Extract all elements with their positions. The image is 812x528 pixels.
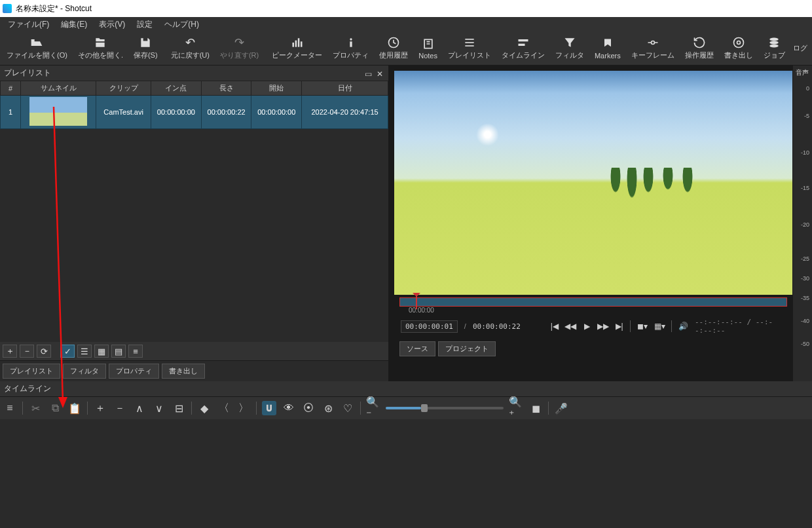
current-time[interactable]: 00:00:00:01 xyxy=(401,320,458,333)
scrubber[interactable] xyxy=(399,297,787,307)
menu-edit[interactable]: 編集(E) xyxy=(56,18,92,31)
svg-rect-10 xyxy=(465,45,473,47)
list-icon xyxy=(463,36,476,49)
svg-rect-1 xyxy=(295,41,297,47)
jobs-button[interactable]: ジョブ xyxy=(758,33,790,64)
notes-button[interactable]: Notes xyxy=(413,33,443,64)
save-icon xyxy=(139,36,152,49)
menu-file[interactable]: ファイル(F) xyxy=(3,18,54,31)
note-icon xyxy=(422,37,435,50)
redo-button[interactable]: ↷やり直す(R) xyxy=(215,33,264,64)
open-other-button[interactable]: その他を開く. xyxy=(73,33,128,64)
ripple-markers-icon[interactable]: ♡ xyxy=(341,401,355,415)
ripple-icon[interactable]: ⦿ xyxy=(301,401,316,415)
timeline-tracks[interactable] xyxy=(0,419,812,528)
scrub-audio-icon[interactable]: 👁 xyxy=(282,401,296,415)
tab-project[interactable]: プロジェクト xyxy=(438,341,496,356)
col-date[interactable]: 日付 xyxy=(302,81,388,96)
tab-source[interactable]: ソース xyxy=(399,341,435,356)
svg-point-15 xyxy=(737,41,740,45)
in-out-times: --:--:--:-- / --:--:--:-- xyxy=(695,318,786,335)
fastfwd-icon[interactable]: ▶▶ xyxy=(598,321,608,331)
skip-end-icon[interactable]: ▶| xyxy=(615,321,623,331)
timeline-button[interactable]: タイムライン xyxy=(496,33,550,64)
next-marker-icon[interactable]: 〉 xyxy=(236,401,251,415)
svg-rect-3 xyxy=(301,41,303,47)
zoom-fit-timeline-icon[interactable]: ◼ xyxy=(528,401,543,415)
cut-icon[interactable]: ✂ xyxy=(28,401,43,415)
overwrite-icon[interactable]: ∨ xyxy=(152,401,166,415)
tab-props[interactable]: プロパティ xyxy=(109,364,159,379)
zoom-in-icon[interactable]: 🔍⁺ xyxy=(509,401,523,415)
peakmeter-button[interactable]: ピークメーター xyxy=(267,33,327,64)
col-length[interactable]: 長さ xyxy=(201,81,251,96)
view-tiles-button[interactable]: ▦ xyxy=(94,345,109,358)
snap-icon[interactable] xyxy=(262,401,276,415)
col-start[interactable]: 開始 xyxy=(251,81,302,96)
split-icon[interactable]: ⊟ xyxy=(172,401,186,415)
prev-marker-icon[interactable]: 〈 xyxy=(217,401,231,415)
playlist-body[interactable]: # サムネイル クリップ イン点 長さ 開始 日付 1 CamTest.avi … xyxy=(0,81,388,342)
zoom-thumb[interactable] xyxy=(421,404,428,412)
playhead[interactable] xyxy=(416,296,417,309)
playlist-row[interactable]: 1 CamTest.avi 00:00:00:00 00:00:00:22 00… xyxy=(1,96,388,129)
history-button[interactable]: 使用履歴 xyxy=(374,33,413,64)
menu-settings[interactable]: 設定 xyxy=(132,18,158,31)
play-icon[interactable]: ▶ xyxy=(582,321,591,331)
col-num[interactable]: # xyxy=(1,81,21,96)
keyframes-button[interactable]: キーフレーム xyxy=(626,33,680,64)
record-audio-icon[interactable]: 🎤 xyxy=(554,401,568,415)
undock-icon[interactable]: ▭ xyxy=(365,69,373,77)
ripple-all-icon[interactable]: ⊛ xyxy=(321,401,335,415)
save-button[interactable]: 保存(S) xyxy=(128,33,163,64)
filters-button[interactable]: フィルタ xyxy=(550,33,589,64)
time-ruler: 00:00:00 xyxy=(399,307,787,314)
open-button[interactable]: ファイルを開く(O) xyxy=(1,33,73,64)
zoom-out-icon[interactable]: 🔍⁻ xyxy=(366,401,380,415)
tab-export[interactable]: 書き出し xyxy=(162,364,205,379)
skip-start-icon[interactable]: |◀ xyxy=(550,321,559,331)
zoom-slider[interactable] xyxy=(386,407,504,409)
preview-area: 00:00:00 00:00:00:01 / 00:00:00:22 |◀ ◀◀… xyxy=(389,66,792,381)
app-icon xyxy=(3,4,12,13)
lift-icon[interactable]: ∧ xyxy=(132,401,147,415)
disc-icon xyxy=(732,36,745,49)
ophistory-icon xyxy=(693,36,706,49)
close-icon[interactable]: ✕ xyxy=(377,69,384,77)
menu-icon[interactable]: ≡ xyxy=(3,401,17,415)
markers-button[interactable]: Markers xyxy=(589,33,626,64)
rewind-icon[interactable]: ◀◀ xyxy=(565,321,576,331)
playlist-button[interactable]: プレイリスト xyxy=(443,33,496,64)
zoom-fit-icon[interactable]: ◼▾ xyxy=(637,321,648,331)
main-toolbar: ファイルを開く(O) その他を開く. 保存(S) ↶元に戻す(U) ↷やり直す(… xyxy=(0,31,812,66)
view-list-button[interactable]: ☰ xyxy=(77,345,92,358)
col-clip[interactable]: クリップ xyxy=(96,81,151,96)
menu-help[interactable]: ヘルプ(H) xyxy=(159,18,204,31)
remove-button[interactable]: － xyxy=(20,345,34,358)
view-detail-button[interactable]: ▤ xyxy=(111,345,126,358)
volume-icon[interactable]: 🔊 xyxy=(678,321,688,331)
properties-button[interactable]: プロパティ xyxy=(327,33,374,64)
export-button[interactable]: 書き出し xyxy=(719,33,758,64)
view-more-button[interactable]: ≡ xyxy=(128,345,143,358)
marker-add-icon[interactable]: ◆ xyxy=(197,401,212,415)
col-thumb[interactable]: サムネイル xyxy=(21,81,96,96)
paste-icon[interactable]: 📋 xyxy=(67,401,82,415)
view-check-button[interactable]: ✓ xyxy=(60,345,75,358)
log-button[interactable]: ログ xyxy=(790,33,810,64)
menu-view[interactable]: 表示(V) xyxy=(94,18,130,31)
filter-icon xyxy=(563,36,576,49)
append-icon[interactable]: ＋ xyxy=(93,401,107,415)
tab-playlist[interactable]: プレイリスト xyxy=(3,364,60,379)
video-preview[interactable] xyxy=(394,71,792,295)
undo-button[interactable]: ↶元に戻す(U) xyxy=(166,33,215,64)
audio-meter: 音声 0 -5 -10 -15 -20 -25 -30 -35 -40 -50 xyxy=(792,66,812,381)
add-button[interactable]: ＋ xyxy=(3,345,17,358)
ophistory-button[interactable]: 操作履歴 xyxy=(680,33,719,64)
tab-filters[interactable]: フィルタ xyxy=(63,364,106,379)
col-in[interactable]: イン点 xyxy=(151,81,202,96)
copy-icon[interactable]: ⧉ xyxy=(48,401,62,415)
remove-icon[interactable]: － xyxy=(113,401,127,415)
grid-icon[interactable]: ▦▾ xyxy=(654,321,665,331)
update-button[interactable]: ⟳ xyxy=(37,345,51,358)
